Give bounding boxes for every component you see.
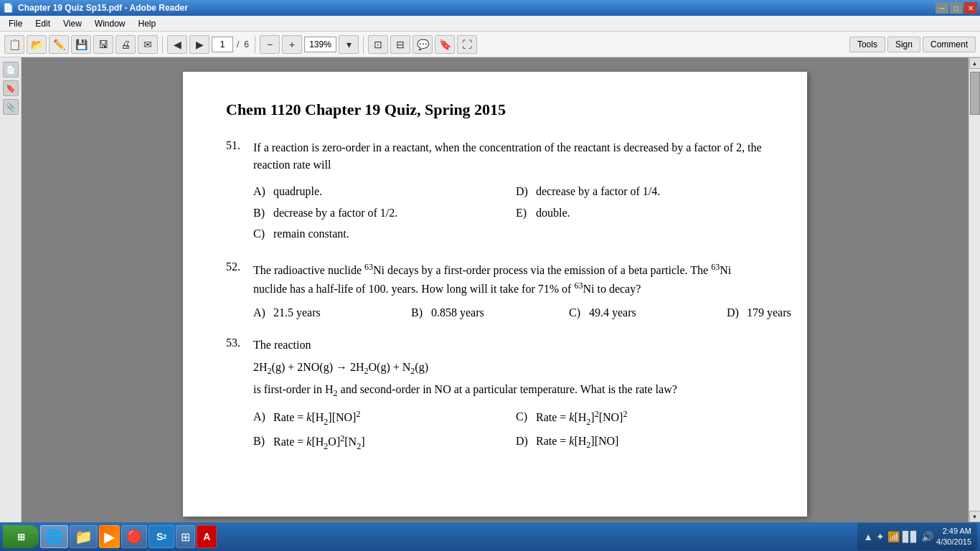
menu-view[interactable]: View [57, 17, 88, 30]
toolbar-edit-btn[interactable]: ✏️ [49, 35, 69, 54]
toolbar-zoom-dropdown-btn[interactable]: ▾ [339, 35, 359, 54]
q53-option-b: B) Rate = k[H2O]2[N2] [253, 432, 501, 453]
q52-text-a: 21.5 years [273, 306, 321, 319]
q52-text: The radioactive nuclide 63Ni decays by a… [253, 260, 764, 298]
q53-label-a: A) [253, 408, 268, 429]
menu-edit[interactable]: Edit [29, 17, 56, 30]
q52-option-b: B) 0.858 years [411, 306, 540, 319]
q52-label-a: A) [253, 306, 268, 319]
q51-text-e: double. [536, 204, 570, 222]
toolbar-fit-width-btn[interactable]: ⊟ [390, 35, 410, 54]
taskbar-app-adobe[interactable]: A [197, 525, 217, 548]
q51-option-e: E) double. [516, 204, 764, 222]
scrollbar-track[interactable] [969, 69, 981, 511]
q53-options: A) Rate = k[H2][NO]2 C) Rate = k[H2]2[NO… [253, 408, 764, 453]
tray-network-icon[interactable]: 📶 [887, 531, 900, 542]
taskbar-app-s[interactable]: S2 [149, 525, 174, 548]
toolbar-zoom-out-btn[interactable]: − [260, 35, 280, 54]
menu-file[interactable]: File [3, 17, 28, 30]
q51-label-c: C) [253, 225, 268, 243]
sidebar-pages-icon[interactable]: 📄 [3, 62, 19, 77]
pdf-page: Chem 1120 Chapter 19 Quiz, Spring 2015 5… [183, 72, 807, 517]
toolbar-next-page-btn[interactable]: ▶ [189, 35, 209, 54]
q51-text-a: quadruple. [273, 182, 322, 201]
q51-option-b: B) decrease by a factor of 1/2. [253, 204, 501, 222]
page-number-input[interactable] [212, 37, 233, 52]
toolbar-new-btn[interactable]: 📋 [4, 35, 24, 54]
taskbar-app-chrome[interactable]: 🔴 [121, 525, 147, 548]
sign-button[interactable]: Sign [887, 37, 920, 52]
toolbar-email-btn[interactable]: ✉ [138, 35, 158, 54]
q53-text-b: Rate = k[H2O]2[N2] [273, 432, 364, 453]
taskbar: ⊞ 🌐 📁 ▶ 🔴 S2 ⊞ A ▲ ✦ 📶 ▊▊ 🔊 2:49 AM 4/30… [0, 522, 980, 551]
q51-option-d: D) decrease by a factor of 1/4. [516, 182, 764, 201]
tray-bars-icon[interactable]: ▊▊ [903, 531, 918, 542]
tools-button[interactable]: Tools [849, 37, 885, 52]
q51-label-d: D) [516, 182, 530, 201]
clock-date: 4/30/2015 [936, 537, 971, 547]
taskbar-app-explorer[interactable]: 📁 [70, 525, 98, 548]
q52-text-d: 179 years [747, 306, 791, 319]
toolbar-print-btn[interactable]: 🖨 [116, 35, 136, 54]
sidebar-attach-icon[interactable]: 📎 [3, 99, 19, 115]
q53-label-b: B) [253, 432, 268, 453]
toolbar-save-btn[interactable]: 💾 [71, 35, 91, 54]
toolbar-stamp-btn[interactable]: 🔖 [435, 35, 455, 54]
q53-text: The reaction [253, 336, 311, 354]
q52-text-b: 0.858 years [431, 306, 484, 319]
q51-text-d: decrease by a factor of 1/4. [536, 182, 660, 201]
tray-bluetooth-icon[interactable]: ✦ [876, 531, 885, 542]
question-53: 53. The reaction 2H2(g) + 2NO(g) → 2H2O(… [226, 336, 764, 453]
scroll-area[interactable]: Chem 1120 Chapter 19 Quiz, Spring 2015 5… [22, 57, 969, 522]
comment-button[interactable]: Comment [923, 37, 976, 52]
toolbar: 📋 📂 ✏️ 💾 🖫 🖨 ✉ ◀ ▶ / 6 − + ▾ ⊡ ⊟ 💬 🔖 ⛶ T… [0, 32, 980, 57]
menu-bar: File Edit View Window Help [0, 16, 980, 32]
q52-label-d: D) [727, 306, 741, 319]
scrollbar-thumb[interactable] [970, 72, 980, 115]
start-button[interactable]: ⊞ [3, 525, 39, 548]
q52-text-c: 49.4 years [589, 306, 636, 319]
pdf-title: Chem 1120 Chapter 19 Quiz, Spring 2015 [226, 100, 764, 119]
toolbar-fit-page-btn[interactable]: ⊡ [368, 35, 388, 54]
q51-text: If a reaction is zero-order in a reactan… [253, 139, 764, 174]
q53-num: 53. [226, 336, 248, 354]
tray-speaker-icon[interactable]: 🔊 [921, 531, 933, 542]
start-icon: ⊞ [17, 532, 25, 542]
toolbar-open-btn[interactable]: 📂 [27, 35, 47, 54]
menu-window[interactable]: Window [89, 17, 131, 30]
question-52: 52. The radioactive nuclide 63Ni decays … [226, 260, 764, 320]
taskbar-app-media[interactable]: ▶ [99, 525, 120, 548]
main-area: 📄 🔖 📎 Chem 1120 Chapter 19 Quiz, Spring … [0, 57, 980, 522]
toolbar-zoom-in-btn[interactable]: + [282, 35, 302, 54]
q53-text-c: Rate = k[H2]2[NO]2 [536, 408, 627, 429]
q53-option-c: C) Rate = k[H2]2[NO]2 [516, 408, 764, 429]
page-separator: / [235, 39, 240, 50]
q52-label-b: B) [411, 306, 425, 319]
scroll-down-btn[interactable]: ▼ [969, 511, 981, 522]
q52-option-a: A) 21.5 years [253, 306, 382, 319]
system-tray: ▲ ✦ 📶 ▊▊ 🔊 2:49 AM 4/30/2015 [857, 523, 977, 551]
menu-help[interactable]: Help [133, 17, 162, 30]
close-button[interactable]: ✕ [964, 2, 977, 14]
taskbar-app-grid[interactable]: ⊞ [176, 525, 195, 548]
q53-text-d: Rate = k[H2][NO] [536, 432, 618, 453]
q51-options: A) quadruple. D) decrease by a factor of… [253, 182, 764, 243]
minimize-button[interactable]: ─ [936, 2, 948, 14]
scroll-up-btn[interactable]: ▲ [969, 57, 981, 69]
toolbar-sep-3 [363, 36, 364, 53]
toolbar-prev-page-btn[interactable]: ◀ [167, 35, 187, 54]
toolbar-floppy-btn[interactable]: 🖫 [93, 35, 113, 54]
zoom-input[interactable] [304, 37, 336, 52]
q52-option-d: D) 179 years [727, 306, 856, 319]
q51-text-b: decrease by a factor of 1/2. [273, 204, 397, 222]
sidebar-bookmark-icon[interactable]: 🔖 [3, 80, 19, 96]
tray-arrow-icon[interactable]: ▲ [863, 531, 873, 542]
window-title: Chapter 19 Quiz Sp15.pdf - Adobe Reader [18, 3, 188, 13]
question-51: 51. If a reaction is zero-order in a rea… [226, 139, 764, 243]
toolbar-comment-btn[interactable]: 💬 [413, 35, 433, 54]
q53-label-c: C) [516, 408, 530, 429]
maximize-button[interactable]: □ [950, 2, 963, 14]
taskbar-app-ie[interactable]: 🌐 [40, 525, 68, 548]
toolbar-fullscreen-btn[interactable]: ⛶ [457, 35, 477, 54]
clock-time: 2:49 AM [936, 526, 971, 537]
